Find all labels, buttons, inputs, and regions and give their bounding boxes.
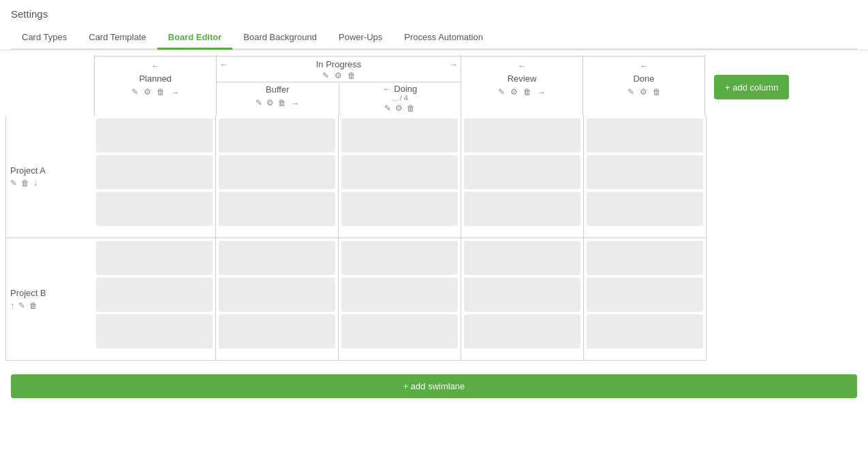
card-cell bbox=[219, 241, 335, 275]
tab-process-automation[interactable]: Process Automation bbox=[393, 27, 494, 50]
add-column-button[interactable]: + add column bbox=[714, 75, 789, 99]
review-edit-icon[interactable]: ✎ bbox=[498, 87, 505, 97]
doing-hierarchy-icon[interactable]: ⚙ bbox=[395, 103, 403, 113]
header-row: ← Planned ✎ ⚙ 🗑 → ← bbox=[5, 56, 789, 116]
review-left-arrow-icon[interactable]: ← bbox=[518, 61, 527, 71]
doing-subtitle: ... / 4 bbox=[339, 94, 461, 102]
in-progress-hierarchy-icon[interactable]: ⚙ bbox=[335, 71, 342, 80]
lanes-wrapper: ← Planned ✎ ⚙ 🗑 → ← bbox=[5, 56, 789, 361]
planned-col-actions: ✎ ⚙ 🗑 → bbox=[95, 85, 216, 101]
review-right-arrow-icon[interactable]: → bbox=[537, 87, 546, 97]
board-outer: ← Planned ✎ ⚙ 🗑 → ← bbox=[0, 50, 868, 366]
card-cell bbox=[96, 278, 213, 312]
in-progress-top-actions: ✎ ⚙ 🗑 bbox=[217, 69, 461, 82]
buffer-actions: ✎ ⚙ 🗑 → bbox=[217, 97, 339, 111]
card-cell bbox=[96, 192, 213, 226]
done-col-actions: ✎ ⚙ 🗑 bbox=[583, 85, 704, 100]
in-progress-edit-icon[interactable]: ✎ bbox=[322, 71, 329, 80]
project-a-doing-cells bbox=[339, 116, 461, 238]
card-cell bbox=[96, 155, 213, 189]
doing-trash-icon[interactable]: 🗑 bbox=[407, 103, 415, 113]
board-wrapper: ← Planned ✎ ⚙ 🗑 → ← bbox=[0, 50, 868, 406]
buffer-edit-icon[interactable]: ✎ bbox=[255, 98, 262, 108]
tab-board-editor[interactable]: Board Editor bbox=[157, 27, 233, 50]
tab-board-background[interactable]: Board Background bbox=[232, 27, 328, 50]
card-cell bbox=[96, 314, 213, 348]
col-header-review: ← Review ✎ ⚙ 🗑 → bbox=[461, 56, 583, 116]
project-b-doing-cells bbox=[339, 238, 461, 361]
card-cell bbox=[464, 192, 580, 226]
card-cell bbox=[464, 241, 580, 275]
tab-card-template[interactable]: Card Template bbox=[78, 27, 157, 50]
done-trash-icon[interactable]: 🗑 bbox=[653, 87, 661, 97]
done-left-arrow-icon[interactable]: ← bbox=[640, 61, 649, 71]
sub-col-doing: ← Doing ... / 4 ✎ ⚙ 🗑 bbox=[339, 82, 461, 116]
review-hierarchy-icon[interactable]: ⚙ bbox=[510, 87, 518, 97]
col-done-title: Done bbox=[583, 72, 704, 85]
swimlane-project-b-label: Project B ↑ ✎ 🗑 bbox=[5, 238, 94, 361]
card-cell bbox=[587, 314, 703, 348]
planned-right-arrow-icon[interactable]: → bbox=[170, 87, 179, 97]
buffer-right-arrow-icon[interactable]: → bbox=[290, 98, 299, 108]
project-b-up-icon[interactable]: ↑ bbox=[10, 301, 14, 310]
sub-col-doing-title: Doing bbox=[394, 84, 417, 94]
done-edit-icon[interactable]: ✎ bbox=[627, 87, 634, 97]
tab-power-ups[interactable]: Power-Ups bbox=[328, 27, 393, 50]
col-header-in-progress: ← In Progress → ✎ ⚙ 🗑 bbox=[216, 56, 461, 116]
project-a-planned-cells bbox=[93, 116, 216, 238]
project-a-down-icon[interactable]: ↓ bbox=[33, 178, 37, 188]
planned-trash-icon[interactable]: 🗑 bbox=[157, 87, 165, 97]
review-trash-icon[interactable]: 🗑 bbox=[523, 87, 531, 97]
in-progress-sub-headers: Buffer ✎ ⚙ 🗑 → bbox=[217, 82, 461, 116]
in-progress-right-arrow-icon[interactable]: → bbox=[449, 59, 458, 69]
col-review-title: Review bbox=[461, 72, 583, 85]
card-cell bbox=[587, 118, 703, 152]
col-planned-title: Planned bbox=[95, 72, 216, 85]
card-cell bbox=[464, 278, 580, 312]
doing-left-arrow-icon[interactable]: ← bbox=[382, 84, 391, 94]
card-cell bbox=[219, 118, 335, 152]
card-cell bbox=[219, 314, 335, 348]
card-cell bbox=[96, 241, 213, 275]
buffer-hierarchy-icon[interactable]: ⚙ bbox=[266, 98, 274, 108]
page: Settings Card Types Card Template Board … bbox=[0, 0, 868, 456]
project-a-name: Project A bbox=[10, 165, 89, 176]
in-progress-left-arrow-icon[interactable]: ← bbox=[219, 59, 228, 69]
project-a-trash-icon[interactable]: 🗑 bbox=[21, 178, 29, 188]
project-a-done-cells bbox=[584, 116, 707, 238]
buffer-trash-icon[interactable]: 🗑 bbox=[278, 98, 286, 108]
card-cell bbox=[219, 192, 335, 226]
tab-card-types[interactable]: Card Types bbox=[11, 27, 78, 50]
card-cell bbox=[587, 192, 703, 226]
project-b-review-cells bbox=[461, 238, 584, 361]
project-b-edit-icon[interactable]: ✎ bbox=[18, 301, 25, 310]
sub-col-buffer: Buffer ✎ ⚙ 🗑 → bbox=[217, 82, 339, 116]
planned-edit-icon[interactable]: ✎ bbox=[131, 87, 138, 97]
project-a-buffer-cells bbox=[216, 116, 339, 238]
project-b-trash-icon[interactable]: 🗑 bbox=[29, 301, 37, 310]
sub-col-buffer-title: Buffer bbox=[217, 82, 339, 97]
card-cell bbox=[341, 192, 458, 226]
card-cell bbox=[219, 278, 335, 312]
card-cell bbox=[341, 118, 458, 152]
planned-left-arrow-icon[interactable]: ← bbox=[151, 61, 160, 71]
project-b-name: Project B bbox=[10, 288, 89, 298]
in-progress-trash-icon[interactable]: 🗑 bbox=[347, 71, 356, 80]
doing-edit-icon[interactable]: ✎ bbox=[384, 103, 391, 113]
project-a-review-cells bbox=[461, 116, 584, 238]
page-title: Settings bbox=[11, 8, 857, 20]
card-cell bbox=[341, 278, 458, 312]
col-header-done: ← Done ✎ ⚙ 🗑 bbox=[583, 56, 705, 116]
done-hierarchy-icon[interactable]: ⚙ bbox=[640, 87, 647, 97]
add-swimlane-button[interactable]: + add swimlane bbox=[11, 374, 857, 398]
project-b-planned-cells bbox=[93, 238, 216, 361]
project-a-actions: ✎ 🗑 ↓ bbox=[10, 178, 89, 188]
corner-spacer bbox=[5, 56, 94, 116]
card-cell bbox=[464, 314, 580, 348]
card-cell bbox=[219, 155, 335, 189]
nav-tabs: Card Types Card Template Board Editor Bo… bbox=[11, 27, 857, 50]
planned-hierarchy-icon[interactable]: ⚙ bbox=[144, 87, 151, 97]
project-a-edit-icon[interactable]: ✎ bbox=[10, 178, 17, 188]
col-header-planned: ← Planned ✎ ⚙ 🗑 → bbox=[94, 56, 217, 116]
card-cell bbox=[341, 241, 458, 275]
